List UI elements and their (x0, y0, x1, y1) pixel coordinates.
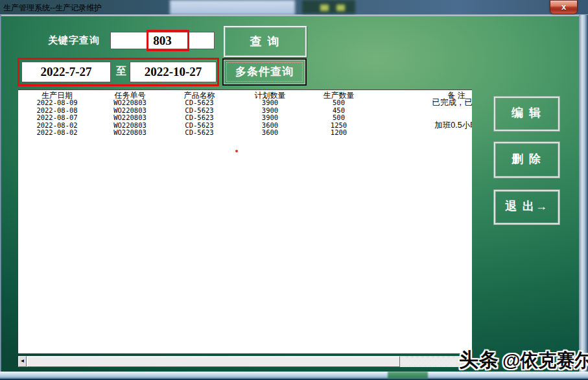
cell-product-name: CD-5623 (165, 107, 233, 114)
cell-planned-qty: 3900 (236, 99, 304, 106)
frame-glass-reflection (388, 372, 428, 379)
records-list[interactable]: 生产日期 任务单号 产品名称 计划数量 生产数量 备 注 2022-08-09 … (18, 89, 472, 353)
watermark-handle: @依克赛尔 (502, 350, 588, 370)
titlebar-glass-panel (302, 0, 355, 14)
scrollbar-track[interactable] (400, 356, 460, 367)
edit-button[interactable]: 编 辑 (493, 96, 560, 132)
table-row[interactable]: 2022-08-02 WO220803 CD-5623 3600 1250 加班… (18, 122, 472, 130)
window-title: 生产管理系统--生产记录维护 (3, 3, 102, 14)
cell-production-date: 2022-08-08 (21, 107, 93, 114)
glass-dot (336, 5, 345, 11)
date-to-input[interactable] (130, 62, 217, 82)
cell-produced-qty: 1250 (305, 122, 373, 129)
table-row[interactable]: 2022-08-08 WO220803 CD-5623 3900 450 (18, 107, 472, 115)
multi-search-button-label: 多条件查询 (235, 65, 294, 78)
table-row[interactable]: 2022-08-07 WO220803 CD-5623 3900 500 (18, 114, 472, 122)
delete-button-label: 删 除 (512, 152, 542, 165)
delete-button[interactable]: 删 除 (493, 141, 560, 178)
cell-product-name: CD-5623 (165, 122, 233, 129)
cell-production-date: 2022-08-02 (21, 129, 93, 136)
multi-condition-search-button[interactable]: 多条件查询 (222, 58, 307, 86)
edit-button-label: 编 辑 (512, 106, 542, 119)
close-icon: x (561, 2, 566, 12)
cell-task-number: WO220803 (96, 99, 164, 106)
cell-product-name: CD-5623 (165, 129, 233, 136)
keyword-query-label: 关键字查询 (48, 34, 100, 47)
window-frame-right (579, 15, 588, 372)
cell-produced-qty: 450 (305, 107, 373, 114)
exit-button-label: 退 出→ (505, 200, 548, 213)
cell-production-date: 2022-08-07 (21, 114, 93, 121)
titlebar-glass-reflection (170, 0, 295, 15)
app-window: 生产管理系统--生产记录维护 x 关键字查询 至 查 询 多条件查询 生产日期 … (0, 0, 588, 380)
cell-product-name: CD-5623 (165, 114, 233, 121)
watermark-brand: 头条 (459, 349, 499, 370)
search-button[interactable]: 查 询 (224, 26, 307, 57)
scroll-left-icon: ◄ (20, 358, 25, 364)
cell-produced-qty: 500 (305, 114, 373, 121)
titlebar[interactable]: 生产管理系统--生产记录维护 x (0, 0, 588, 15)
search-button-label: 查 询 (250, 35, 280, 48)
keyword-input[interactable] (110, 32, 215, 49)
cell-planned-qty: 3900 (236, 107, 304, 114)
cell-task-number: WO220803 (96, 107, 164, 114)
cell-task-number: WO220803 (96, 114, 164, 121)
cell-task-number: WO220803 (96, 122, 164, 129)
cell-remark: 加班0.5小时 (392, 122, 472, 129)
cell-planned-qty: 3900 (236, 114, 304, 121)
glass-dot (320, 5, 329, 11)
cell-planned-qty: 3600 (236, 122, 304, 129)
cell-produced-qty: 500 (305, 99, 373, 106)
cell-planned-qty: 3600 (236, 129, 304, 136)
cell-task-number: WO220803 (96, 129, 164, 136)
table-row[interactable]: 2022-08-09 WO220803 CD-5623 3900 500 已完成… (18, 99, 472, 107)
cell-remark: 已完成，已接 (392, 99, 472, 106)
close-button[interactable]: x (550, 0, 578, 14)
scrollbar-thumb[interactable] (27, 356, 400, 367)
exit-button[interactable]: 退 出→ (493, 189, 560, 225)
scroll-left-button[interactable]: ◄ (18, 356, 27, 367)
cell-production-date: 2022-08-09 (21, 99, 93, 106)
horizontal-scrollbar[interactable]: ◄ ► (18, 356, 469, 367)
red-cursor-dot (235, 150, 238, 152)
watermark: 头条@依克赛尔 (459, 347, 588, 374)
cell-product-name: CD-5623 (165, 99, 233, 106)
date-range-to-label: 至 (113, 65, 129, 78)
date-from-input[interactable] (21, 62, 111, 82)
cell-production-date: 2022-08-02 (21, 122, 93, 129)
table-row[interactable]: 2022-08-02 WO220803 CD-5623 3600 1200 (18, 129, 472, 137)
cell-produced-qty: 1200 (305, 129, 373, 136)
